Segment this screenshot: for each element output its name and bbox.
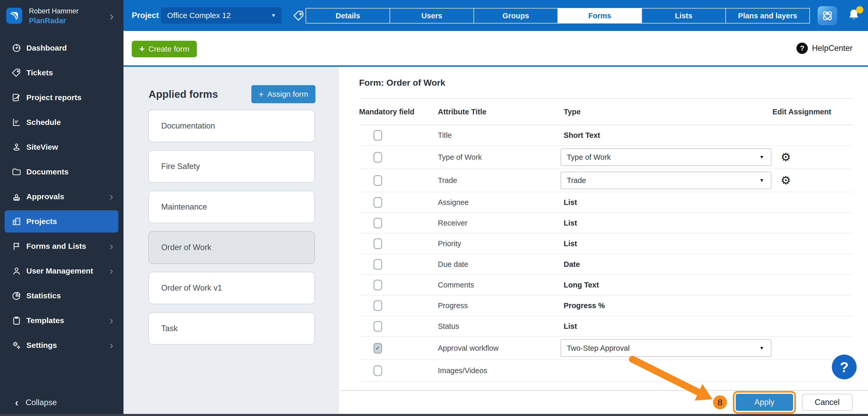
sidebar-item[interactable]: Dashboard [0, 36, 123, 60]
type-value: Short Text [561, 131, 600, 139]
type-value: Long Text [561, 281, 599, 289]
form-card[interactable]: Order of Work v1 [148, 272, 315, 304]
gear-icon[interactable]: ⚙ [781, 174, 791, 187]
form-card[interactable]: Maintenance [148, 191, 315, 223]
form-card[interactable]: Order of Work [148, 231, 315, 264]
sidebar-item[interactable]: Approvals [0, 184, 123, 209]
form-card-label: Fire Safety [161, 162, 200, 171]
tab[interactable]: Groups [473, 8, 558, 24]
chevron-right-icon[interactable]: › [110, 10, 114, 22]
notifications-bell-icon[interactable] [846, 7, 864, 25]
form-card-label: Order of Work v1 [161, 283, 222, 292]
col-edit-assignment: Edit Assignment [772, 108, 852, 116]
tab[interactable]: Users [390, 8, 474, 24]
gear-icon[interactable]: ⚙ [781, 150, 791, 164]
connect-app-icon[interactable] [817, 6, 837, 25]
tab[interactable]: Plans and layers [725, 8, 810, 24]
attribute-title: Status [434, 322, 561, 331]
create-form-button[interactable]: + Create form [132, 41, 197, 57]
type-dropdown[interactable]: Two-Step Approval ▼ [561, 339, 771, 357]
apply-button[interactable]: Apply [736, 394, 793, 411]
table-row: Receiver List [359, 213, 852, 234]
sidebar-item[interactable]: SiteView [0, 135, 123, 160]
dashboard-icon [11, 43, 22, 53]
helpcenter-button[interactable]: ? HelpCenter [797, 31, 852, 65]
project-select[interactable]: Office Complex 12 ▼ [161, 7, 282, 24]
siteview-icon [11, 142, 22, 152]
sidebar-item-label: SiteView [26, 143, 58, 151]
type-dropdown[interactable]: Type of Work ▼ [561, 148, 771, 166]
tab[interactable]: Forms [557, 8, 642, 24]
sidebar-item[interactable]: Projects [0, 209, 123, 234]
form-card[interactable]: Documentation [148, 110, 315, 142]
sidebar-item-label: Settings [26, 341, 57, 350]
attribute-title: Assignee [434, 198, 561, 207]
attribute-title: Due date [434, 260, 561, 269]
caret-down-icon: ▼ [759, 345, 764, 351]
schedule-icon [11, 117, 22, 127]
tag-icon[interactable] [293, 10, 305, 22]
applied-forms-title: Applied forms [149, 89, 218, 100]
sidebar-header[interactable]: Robert Hammer PlanRadar › [0, 0, 123, 34]
mandatory-checkbox[interactable] [374, 280, 382, 290]
attribute-title: Priority [434, 240, 561, 248]
planradar-logo-icon [6, 8, 22, 24]
assign-form-button[interactable]: + Assign form [251, 85, 315, 103]
chevron-right-icon [110, 340, 113, 351]
sidebar-item[interactable]: Documents [0, 160, 123, 184]
window-bottom-edge [0, 414, 868, 416]
table-row: Progress Progress % [359, 296, 852, 316]
caret-down-icon: ▼ [271, 13, 276, 18]
sidebar-item[interactable]: Project reports [0, 85, 123, 110]
step-number-badge: 8 [713, 395, 727, 409]
mandatory-checkbox[interactable] [374, 218, 382, 229]
mandatory-checkbox[interactable] [374, 238, 382, 249]
attribute-title: Progress [434, 302, 561, 310]
sidebar-item[interactable]: User Management [0, 258, 123, 283]
mandatory-checkbox[interactable] [374, 300, 382, 311]
mandatory-checkbox[interactable] [374, 321, 382, 332]
attribute-title: Approval workflow [434, 344, 561, 352]
chevron-right-icon [110, 266, 113, 276]
sidebar-item-label: Documents [26, 168, 68, 176]
tab[interactable]: Details [306, 8, 390, 24]
form-title-row: Form: Order of Work [359, 67, 852, 99]
sidebar-item[interactable]: Statistics [0, 283, 123, 308]
mandatory-checkbox[interactable] [374, 130, 382, 141]
help-bubble-button[interactable]: ? [832, 355, 857, 379]
stamp-icon [11, 192, 22, 202]
sidebar-item[interactable]: Tickets [0, 60, 123, 85]
form-card[interactable]: Fire Safety [148, 150, 315, 183]
collapse-button[interactable]: ‹ Collapse [0, 394, 123, 411]
sidebar-item[interactable]: Templates [0, 308, 123, 333]
sidebar-item[interactable]: Forms and Lists [0, 234, 123, 258]
chevron-right-icon [110, 191, 113, 202]
caret-down-icon: ▼ [759, 178, 764, 183]
type-value: List [561, 240, 577, 248]
mandatory-checkbox[interactable] [374, 343, 382, 353]
attribute-title: Type of Work [434, 153, 561, 162]
attribute-title: Comments [434, 281, 561, 289]
mandatory-checkbox[interactable] [374, 366, 382, 376]
mandatory-checkbox[interactable] [374, 152, 382, 163]
mandatory-checkbox[interactable] [374, 175, 382, 186]
col-mandatory-field: Mandatory field [359, 108, 434, 116]
sidebar-item[interactable]: Settings [0, 333, 123, 358]
table-row: Assignee List [359, 192, 852, 213]
cancel-button[interactable]: Cancel [802, 394, 852, 411]
tab[interactable]: Lists [642, 8, 726, 24]
mandatory-checkbox[interactable] [374, 259, 382, 270]
mandatory-checkbox[interactable] [374, 197, 382, 208]
project-label: Project [132, 0, 159, 31]
notification-dot [856, 6, 863, 13]
chevron-left-icon: ‹ [15, 397, 18, 408]
plus-icon: + [258, 90, 264, 99]
sidebar: Robert Hammer PlanRadar › Dashboard Tick… [0, 0, 123, 414]
table-row: Trade Trade ▼ ⚙ [359, 169, 852, 192]
tag-icon [11, 68, 22, 78]
table-row: Type of Work Type of Work ▼ ⚙ [359, 146, 852, 169]
buildings-icon [11, 216, 22, 226]
form-card[interactable]: Task [148, 312, 315, 345]
sidebar-item[interactable]: Schedule [0, 110, 123, 135]
type-dropdown[interactable]: Trade ▼ [561, 172, 771, 189]
